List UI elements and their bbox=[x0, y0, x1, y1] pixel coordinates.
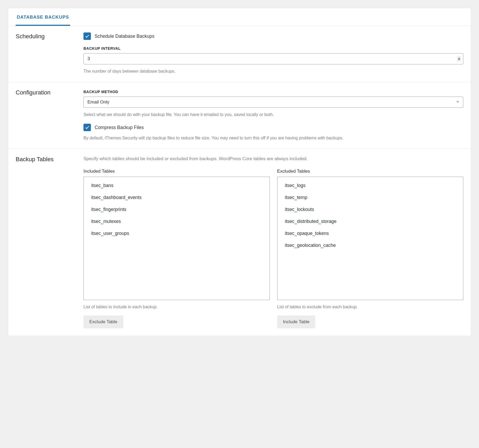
section-title-scheduling: Scheduling bbox=[16, 32, 83, 74]
included-tables-listbox[interactable]: itsec_bans itsec_dashboard_events itsec_… bbox=[83, 177, 270, 300]
excluded-tables-help: List of tables to exclude from each back… bbox=[277, 304, 464, 310]
excluded-tables-title: Excluded Tables bbox=[277, 169, 464, 174]
include-table-button[interactable]: Include Table bbox=[277, 316, 316, 328]
settings-panel: DATABASE BACKUPS Scheduling Schedule Dat… bbox=[8, 8, 471, 336]
backup-method-label: BACKUP METHOD bbox=[83, 90, 463, 94]
number-spinner[interactable] bbox=[457, 56, 461, 62]
backup-method-select[interactable]: Email Only bbox=[83, 97, 463, 108]
list-item[interactable]: itsec_bans bbox=[84, 180, 270, 192]
schedule-backups-label: Schedule Database Backups bbox=[95, 34, 154, 39]
backup-method-help: Select what we should do with your backu… bbox=[83, 111, 463, 118]
list-item[interactable]: itsec_opaque_tokens bbox=[278, 227, 463, 239]
compress-backup-checkbox[interactable] bbox=[83, 124, 91, 131]
section-title-backup-tables: Backup Tables bbox=[16, 155, 83, 328]
backup-interval-help: The number of days between database back… bbox=[83, 68, 463, 74]
excluded-tables-column: Excluded Tables itsec_logs itsec_temp it… bbox=[277, 169, 464, 328]
spinner-down-icon[interactable] bbox=[458, 59, 460, 60]
list-item[interactable]: itsec_mutexes bbox=[84, 215, 270, 227]
list-item[interactable]: itsec_temp bbox=[278, 192, 463, 204]
section-scheduling: Scheduling Schedule Database Backups BAC… bbox=[8, 26, 471, 82]
list-item[interactable]: itsec_distributed_storage bbox=[278, 215, 463, 227]
list-item[interactable]: itsec_user_groups bbox=[84, 227, 270, 239]
included-tables-title: Included Tables bbox=[83, 169, 270, 174]
backup-interval-input[interactable]: 3 bbox=[83, 53, 463, 64]
backup-interval-label: BACKUP INTERVAL bbox=[83, 46, 463, 51]
list-item[interactable]: itsec_dashboard_events bbox=[84, 192, 270, 204]
list-item[interactable]: itsec_fingerprints bbox=[84, 204, 270, 215]
included-tables-help: List of tables to include in each backup… bbox=[83, 304, 270, 310]
excluded-tables-listbox[interactable]: itsec_logs itsec_temp itsec_lockouts its… bbox=[277, 177, 464, 300]
section-title-configuration: Configuration bbox=[16, 89, 83, 141]
backup-tables-intro: Specify which tables should be included … bbox=[83, 155, 463, 162]
compress-backup-label: Compress Backup Files bbox=[95, 125, 144, 130]
tab-bar: DATABASE BACKUPS bbox=[8, 8, 471, 26]
included-tables-column: Included Tables itsec_bans itsec_dashboa… bbox=[83, 169, 270, 328]
schedule-backups-checkbox[interactable] bbox=[83, 32, 91, 40]
list-item[interactable]: itsec_geolocation_cache bbox=[278, 239, 463, 251]
tab-database-backups[interactable]: DATABASE BACKUPS bbox=[16, 8, 70, 26]
exclude-table-button[interactable]: Exclude Table bbox=[83, 316, 123, 328]
list-item[interactable]: itsec_logs bbox=[278, 180, 463, 192]
compress-backup-help: By default, iThemes Security will zip ba… bbox=[83, 135, 463, 141]
section-configuration: Configuration BACKUP METHOD Email Only S… bbox=[8, 82, 471, 149]
spinner-up-icon[interactable] bbox=[458, 57, 460, 59]
section-backup-tables: Backup Tables Specify which tables shoul… bbox=[8, 149, 471, 336]
list-item[interactable]: itsec_lockouts bbox=[278, 204, 463, 215]
check-icon bbox=[85, 125, 90, 130]
check-icon bbox=[85, 34, 90, 39]
